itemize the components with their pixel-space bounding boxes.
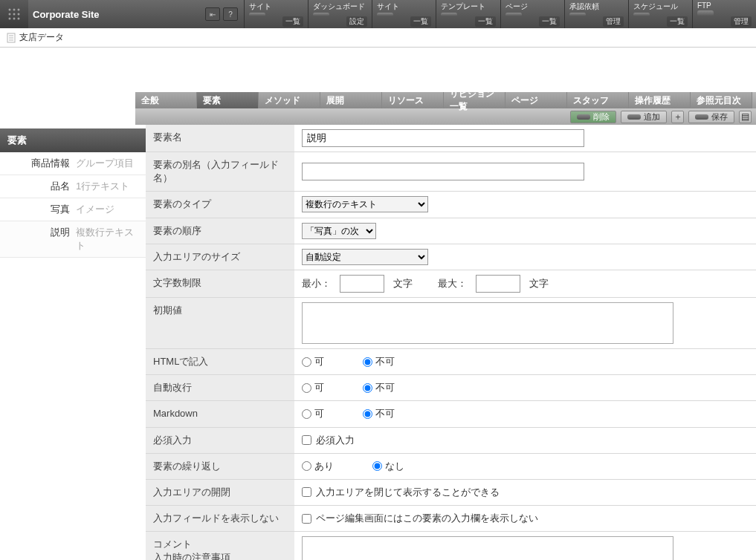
- label-html: HTMLで記入: [146, 349, 294, 374]
- markdown-yes-radio[interactable]: 可: [302, 407, 324, 420]
- markdown-no-radio[interactable]: 不可: [363, 407, 395, 420]
- tab-resource[interactable]: リソース: [382, 92, 444, 108]
- tab-staff[interactable]: スタッフ: [567, 92, 629, 108]
- label-default: 初期値: [146, 298, 294, 348]
- app-logo: [0, 0, 28, 28]
- tab-element[interactable]: 要素: [197, 92, 259, 108]
- document-icon: [6, 33, 16, 43]
- label-element-alias: 要素の別名（入力フィールド名）: [146, 152, 294, 191]
- tab-deploy[interactable]: 展開: [320, 92, 382, 108]
- svg-point-1: [13, 9, 16, 11]
- tab-history[interactable]: 操作履歴: [629, 92, 691, 108]
- repeat-yes-radio[interactable]: あり: [302, 460, 334, 473]
- nav-site2[interactable]: サイト一覧: [372, 0, 436, 28]
- save-button[interactable]: 保存: [688, 111, 734, 123]
- char-min-input[interactable]: [340, 275, 384, 293]
- breadcrumb: 支店データ: [0, 28, 756, 48]
- topbar: Corporate Site ⇤ ? サイト一覧 ダッシュボード設定 サイト一覧…: [0, 0, 756, 28]
- label-hide: 入力フィールドを表示しない: [146, 506, 294, 531]
- sidebar-item-product-info[interactable]: 商品情報 グループ項目: [0, 152, 146, 175]
- collapse-checkbox[interactable]: 入力エリアを閉じて表示することができる: [302, 486, 500, 499]
- element-name-input[interactable]: [302, 129, 584, 147]
- label-required: 必須入力: [146, 428, 294, 453]
- nav-site[interactable]: サイト一覧: [244, 0, 308, 28]
- svg-point-0: [9, 9, 11, 11]
- hide-checkbox[interactable]: ページ編集画面にはこの要素の入力欄を表示しない: [302, 512, 538, 525]
- action-bar: 削除 追加 ＋ 保存 ▤: [135, 108, 756, 125]
- add-button[interactable]: 追加: [621, 111, 667, 123]
- default-textarea[interactable]: [302, 302, 673, 344]
- menu-icon[interactable]: ▤: [739, 111, 752, 123]
- page-title: 支店データ: [19, 31, 64, 44]
- svg-point-2: [18, 9, 20, 11]
- tab-revisions[interactable]: リビジョン一覧: [444, 92, 505, 108]
- html-yes-radio[interactable]: 可: [302, 355, 324, 368]
- label-element-type: 要素のタイプ: [146, 192, 294, 217]
- tab-page[interactable]: ページ: [505, 92, 567, 108]
- collapse-icon[interactable]: ⇤: [205, 7, 220, 21]
- area-size-select[interactable]: 自動設定: [302, 249, 428, 265]
- label-autobreak: 自動改行: [146, 375, 294, 400]
- svg-point-3: [9, 13, 11, 16]
- svg-point-8: [18, 18, 20, 20]
- element-type-select[interactable]: 複数行のテキスト: [302, 196, 428, 212]
- form: 要素名 要素の別名（入力フィールド名） 要素のタイプ 複数行のテキスト 要素の順…: [146, 125, 756, 560]
- nav-page[interactable]: ページ一覧: [500, 0, 564, 28]
- label-element-order: 要素の順序: [146, 218, 294, 244]
- element-order-select[interactable]: 「写真」の次: [302, 223, 376, 239]
- char-max-input[interactable]: [476, 275, 520, 293]
- element-alias-input[interactable]: [302, 163, 584, 180]
- tabs: 全般 要素 メソッド 展開 リソース リビジョン一覧 ページ スタッフ 操作履歴…: [135, 92, 756, 108]
- topbar-title: Corporate Site: [28, 0, 199, 28]
- autobreak-yes-radio[interactable]: 可: [302, 381, 324, 394]
- nav-dashboard[interactable]: ダッシュボード設定: [308, 0, 372, 28]
- nav-template[interactable]: テンプレート一覧: [436, 0, 500, 28]
- label-repeat: 要素の繰り返し: [146, 454, 294, 479]
- tab-method[interactable]: メソッド: [259, 92, 320, 108]
- sidebar: 要素 商品情報 グループ項目 品名 1行テキスト 写真 イメージ 説明 複数行テ…: [0, 48, 146, 560]
- topbar-mini-buttons: ⇤ ?: [199, 0, 244, 28]
- svg-point-4: [13, 13, 16, 16]
- plus-icon[interactable]: ＋: [671, 111, 684, 123]
- comment-textarea[interactable]: [302, 536, 673, 560]
- label-element-name: 要素名: [146, 125, 294, 152]
- label-collapse: 入力エリアの開閉: [146, 480, 294, 505]
- html-no-radio[interactable]: 不可: [363, 355, 395, 368]
- delete-button[interactable]: 削除: [570, 111, 616, 123]
- autobreak-no-radio[interactable]: 不可: [363, 381, 395, 394]
- content: 全般 要素 メソッド 展開 リソース リビジョン一覧 ページ スタッフ 操作履歴…: [146, 48, 756, 560]
- tab-references[interactable]: 参照元目次: [691, 92, 752, 108]
- svg-point-5: [18, 13, 20, 16]
- label-comment: コメント 入力時の注意事項: [146, 532, 294, 560]
- tab-general[interactable]: 全般: [135, 92, 197, 108]
- sidebar-item-name[interactable]: 品名 1行テキスト: [0, 175, 146, 198]
- repeat-no-radio[interactable]: なし: [372, 460, 404, 473]
- nav-schedule[interactable]: スケジュール一覧: [628, 0, 692, 28]
- sidebar-item-photo[interactable]: 写真 イメージ: [0, 198, 146, 221]
- required-checkbox[interactable]: 必須入力: [302, 434, 355, 447]
- nav-ftp[interactable]: FTP管理: [692, 0, 756, 28]
- svg-point-6: [9, 18, 11, 20]
- nav-approval[interactable]: 承認依頼管理: [564, 0, 628, 28]
- label-markdown: Markdown: [146, 401, 294, 426]
- help-icon[interactable]: ?: [223, 7, 238, 21]
- topbar-nav: サイト一覧 ダッシュボード設定 サイト一覧 テンプレート一覧 ページ一覧 承認依…: [244, 0, 756, 28]
- svg-point-7: [13, 18, 16, 20]
- sidebar-item-description[interactable]: 説明 複数行テキスト: [0, 221, 146, 258]
- label-char-limit: 文字数制限: [146, 270, 294, 297]
- sidebar-header: 要素: [0, 128, 146, 152]
- label-area-size: 入力エリアのサイズ: [146, 244, 294, 270]
